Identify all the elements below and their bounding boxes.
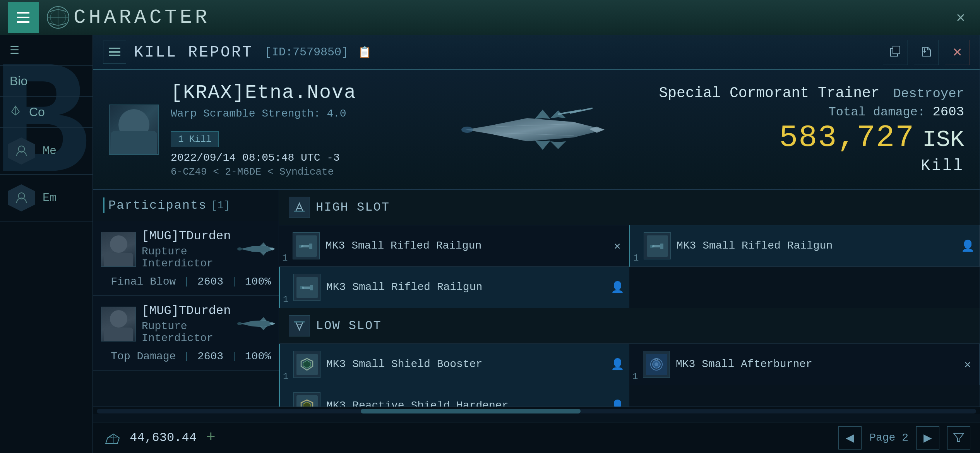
- panel-menu-icon: [109, 48, 120, 57]
- high-slot-grid: 1: [279, 225, 980, 308]
- nav-right-icon: ▶: [923, 431, 932, 444]
- sidebar-menu-button[interactable]: ☰: [0, 35, 93, 66]
- kill-report-panel: KILL REPORT [ID:7579850] 📋: [93, 35, 980, 414]
- sidebar-menu-icon: ☰: [10, 44, 19, 57]
- panel-id: [ID:7579850]: [265, 46, 348, 59]
- participant-corp-1: Rupture Interdictor: [142, 245, 231, 269]
- panel-menu-button[interactable]: [103, 41, 126, 64]
- em-hex-icon: [8, 184, 35, 211]
- me-hex-icon: [8, 137, 35, 165]
- participant-info-2: [MUG]TDurden Rupture Interdictor: [142, 304, 231, 344]
- p-face-1: [110, 235, 127, 253]
- participant-portrait-1: [101, 232, 136, 267]
- export-icon: [921, 45, 932, 60]
- scrollbar-thumb[interactable]: [361, 409, 581, 414]
- sidebar-item-em[interactable]: Em: [0, 175, 93, 221]
- panel-title: KILL REPORT: [134, 44, 253, 61]
- equip-status-low-1: 👤: [612, 359, 623, 370]
- low-slot-icon: [289, 315, 310, 336]
- panel-header: KILL REPORT [ID:7579850] 📋: [93, 35, 980, 70]
- equip-item-high-2: 1: [629, 225, 980, 267]
- top-bar: CHARACTER ×: [0, 0, 980, 35]
- participant-name-1: [MUG]TDurden: [142, 229, 231, 243]
- svg-rect-20: [570, 108, 593, 114]
- svg-marker-18: [535, 141, 550, 150]
- kill-location: 6-CZ49 < 2-M6DE < Syndicate: [171, 166, 403, 178]
- svg-point-42: [652, 245, 654, 247]
- isk-line: 583,727 ISK: [659, 122, 964, 153]
- isk-label: ISK: [922, 127, 964, 153]
- copy-icon: [890, 45, 901, 60]
- svg-point-30: [237, 322, 242, 325]
- equip-qty-low-1: 1: [283, 371, 288, 382]
- top-menu-button[interactable]: [8, 2, 39, 33]
- kill-datetime: 2022/09/14 08:05:48 UTC -3: [171, 152, 403, 164]
- sidebar-me-label: Me: [43, 144, 57, 158]
- svg-rect-48: [294, 321, 305, 323]
- participant-divider-3: |: [183, 351, 190, 362]
- svg-point-38: [301, 245, 303, 247]
- participant-divider-4: |: [231, 351, 237, 362]
- equip-icon-inner-low-ab: [646, 354, 667, 375]
- status-x-icon: ✕: [614, 239, 621, 252]
- sidebar-bio-label: Bio: [10, 74, 27, 88]
- panel-close-icon: ✕: [952, 45, 963, 60]
- nav-next-button[interactable]: ▶: [916, 426, 939, 450]
- ship-name-line: Special Cormorant Trainer Destroyer: [659, 85, 964, 101]
- scrollbar-area: [93, 407, 980, 414]
- sidebar-combat-label: Co: [29, 105, 45, 119]
- equip-qty-high-1: 1: [282, 253, 288, 263]
- sidebar-bio-button[interactable]: Bio: [0, 66, 93, 97]
- equip-name-low-ab: MK3 Small Afterburner: [676, 357, 971, 371]
- isk-value: 583,727: [779, 120, 915, 155]
- person-icon-low-1: 👤: [611, 358, 624, 371]
- victim-stats: Special Cormorant Trainer Destroyer Tota…: [659, 85, 964, 175]
- nav-prev-button[interactable]: ◀: [838, 426, 862, 450]
- kill-body: Participants [1] [MUG]TDurden: [93, 190, 980, 414]
- total-damage-line: Total damage: 2603: [659, 105, 964, 119]
- svg-rect-7: [109, 48, 120, 49]
- participant-footer-2: Top Damage | 2603 | 100%: [101, 348, 271, 362]
- sidebar-combat-button[interactable]: Co: [0, 97, 93, 128]
- equip-name-high-3: MK3 Small Rifled Railgun: [326, 280, 621, 294]
- equip-icon-inner-high-1: [296, 235, 317, 257]
- equip-icon-low-ab: [643, 351, 670, 378]
- app-close-button[interactable]: ×: [949, 6, 972, 29]
- participants-panel: Participants [1] [MUG]TDurden: [93, 190, 279, 414]
- left-sidebar: Bo ☰ Bio Co Me: [0, 35, 93, 453]
- wallet-value: 44,630.44: [130, 431, 197, 445]
- participant-ship-2: [236, 312, 275, 336]
- panel-close-button[interactable]: ✕: [945, 40, 970, 65]
- nav-left-icon: ◀: [846, 431, 854, 444]
- scrollbar-track[interactable]: [97, 409, 976, 414]
- participant-row1: [MUG]TDurden Rupture Interdictor: [101, 229, 271, 269]
- participant-corp-2: Rupture Interdictor: [142, 320, 231, 344]
- svg-point-25: [237, 247, 242, 251]
- high-slot-section: High Slot 1: [279, 190, 980, 308]
- app-logo: [46, 6, 70, 29]
- panel-copy-button[interactable]: [883, 40, 908, 65]
- ship-image-area: [415, 99, 648, 161]
- victim-info: [KRAX]Etna.Nova Warp Scramble Strength: …: [171, 82, 403, 178]
- equip-icon-inner-high-3: [296, 277, 318, 298]
- equip-status-low-ab: ✕: [962, 359, 973, 370]
- participant-card: [MUG]TDurden Rupture Interdictor: [93, 221, 279, 296]
- ship-silhouette: [457, 99, 605, 161]
- svg-point-46: [302, 287, 304, 289]
- sidebar-item-me[interactable]: Me: [0, 128, 93, 175]
- participants-bar: [103, 197, 105, 213]
- filter-button[interactable]: [947, 426, 970, 450]
- svg-rect-19: [558, 110, 581, 115]
- bottom-bar: 44,630.44 + ◀ Page 2 ▶: [93, 422, 980, 453]
- svg-rect-34: [294, 211, 305, 212]
- svg-rect-8: [109, 51, 120, 53]
- p-face-2: [110, 310, 127, 328]
- equip-name-low-1: MK3 Small Shield Booster: [326, 357, 621, 371]
- app-title: CHARACTER: [74, 6, 210, 29]
- low-slot-grid: 1 MK3 Small Shield Booster: [279, 344, 980, 414]
- ship-class: Destroyer: [893, 86, 964, 101]
- panel-export-button[interactable]: [914, 40, 939, 65]
- participant-portrait-inner-2: [101, 307, 135, 341]
- equip-qty-high-3: 1: [283, 294, 288, 305]
- victim-portrait: [109, 105, 159, 155]
